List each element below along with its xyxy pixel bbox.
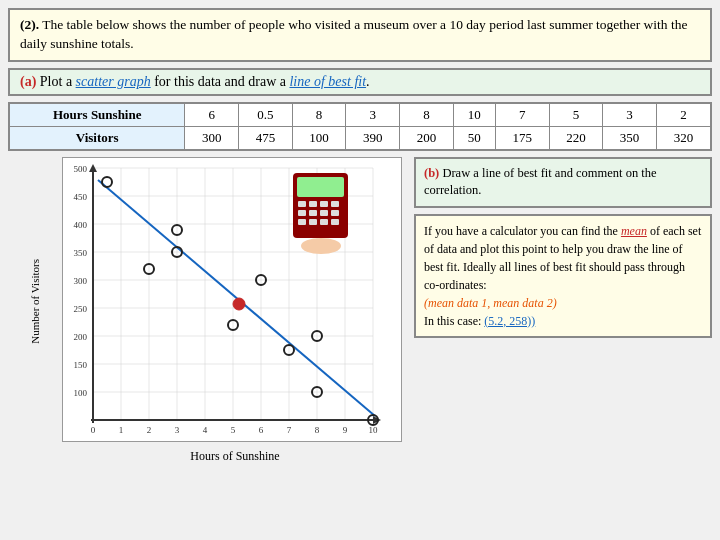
part-a-label: (a) Plot a scatter graph for this data a… [8, 68, 712, 96]
info-box: If you have a calculator you can find th… [414, 214, 712, 338]
y-axis-label: Number of Visitors [29, 259, 41, 344]
table-visitors-label: Visitors [9, 126, 185, 150]
page: (2). The table below shows the number of… [0, 0, 720, 540]
svg-text:500: 500 [74, 164, 88, 174]
part-b-box: (b) Draw a line of best fit and comment … [414, 157, 712, 208]
svg-text:350: 350 [74, 248, 88, 258]
svg-text:450: 450 [74, 192, 88, 202]
calculator-screen [297, 177, 344, 197]
svg-text:400: 400 [74, 220, 88, 230]
table-cell: 8 [400, 103, 454, 127]
table-header-row-label: Hours Sunshine [9, 103, 185, 127]
table-cell: 175 [495, 126, 549, 150]
calc-button [331, 210, 339, 216]
svg-text:6: 6 [259, 425, 264, 435]
table-cell: 8 [292, 103, 346, 127]
table-cell: 3 [346, 103, 400, 127]
table-cell: 3 [603, 103, 657, 127]
scatter-graph-text: scatter graph [76, 74, 151, 89]
svg-text:7: 7 [287, 425, 292, 435]
calc-button [298, 201, 306, 207]
table-cell: 390 [346, 126, 400, 150]
table-cell: 100 [292, 126, 346, 150]
info-text1: If you have a calculator you can find th… [424, 224, 621, 238]
table-cell: 350 [603, 126, 657, 150]
part-b-text: Draw a line of best fit and comment on t… [424, 166, 657, 198]
calc-button [331, 201, 339, 207]
svg-text:8: 8 [315, 425, 320, 435]
best-fit-text: line of best fit [289, 74, 366, 89]
svg-text:2: 2 [147, 425, 152, 435]
calc-button [320, 201, 328, 207]
scatter-chart: 500 450 400 350 300 250 200 150 100 0 1 … [62, 157, 402, 442]
part-a-text1: Plot a [40, 74, 76, 89]
calc-button [309, 219, 317, 225]
question-text: The table below shows the number of peop… [20, 17, 687, 51]
info-text3: In this case: [424, 314, 484, 328]
data-point [102, 177, 112, 187]
svg-text:250: 250 [74, 304, 88, 314]
mean-word: mean [621, 224, 647, 238]
hand-icon [301, 238, 341, 254]
calc-button [320, 210, 328, 216]
calc-button [298, 219, 306, 225]
chart-area: Number of Visitors [8, 157, 408, 464]
table-cell: 0.5 [239, 103, 293, 127]
svg-text:300: 300 [74, 276, 88, 286]
right-panel: (b) Draw a line of best fit and comment … [414, 157, 712, 464]
table-cell: 475 [239, 126, 293, 150]
svg-text:3: 3 [175, 425, 180, 435]
data-table: Hours Sunshine 6 0.5 8 3 8 10 7 5 3 2 Vi… [8, 102, 712, 151]
table-cell: 7 [495, 103, 549, 127]
table-cell: 50 [453, 126, 495, 150]
svg-text:4: 4 [203, 425, 208, 435]
table-cell: 300 [185, 126, 239, 150]
x-axis-label: Hours of Sunshine [62, 449, 408, 464]
mean-coords-label: (mean data 1, mean data 2) [424, 296, 557, 310]
svg-text:5: 5 [231, 425, 236, 435]
calc-button [309, 210, 317, 216]
mean-point [233, 298, 245, 310]
mean-coords-value: (5.2, 258)) [484, 314, 535, 328]
calc-button [320, 219, 328, 225]
svg-text:200: 200 [74, 332, 88, 342]
question-box: (2). The table below shows the number of… [8, 8, 712, 62]
svg-text:10: 10 [369, 425, 379, 435]
calc-button [298, 210, 306, 216]
question-number: (2). [20, 17, 39, 32]
svg-text:150: 150 [74, 360, 88, 370]
svg-text:9: 9 [343, 425, 348, 435]
main-area: Number of Visitors [8, 157, 712, 464]
calc-button [331, 219, 339, 225]
part-b-marker: (b) [424, 166, 439, 180]
table-cell: 10 [453, 103, 495, 127]
svg-text:100: 100 [74, 388, 88, 398]
table-cell: 320 [656, 126, 711, 150]
part-a-period: . [366, 74, 370, 89]
table-cell: 5 [549, 103, 603, 127]
part-a-text2: for this data and draw a [151, 74, 290, 89]
table-cell: 200 [400, 126, 454, 150]
table-cell: 6 [185, 103, 239, 127]
table-cell: 2 [656, 103, 711, 127]
table-cell: 220 [549, 126, 603, 150]
svg-text:1: 1 [119, 425, 124, 435]
svg-text:0: 0 [91, 425, 96, 435]
part-a-marker: (a) [20, 74, 36, 89]
calc-button [309, 201, 317, 207]
